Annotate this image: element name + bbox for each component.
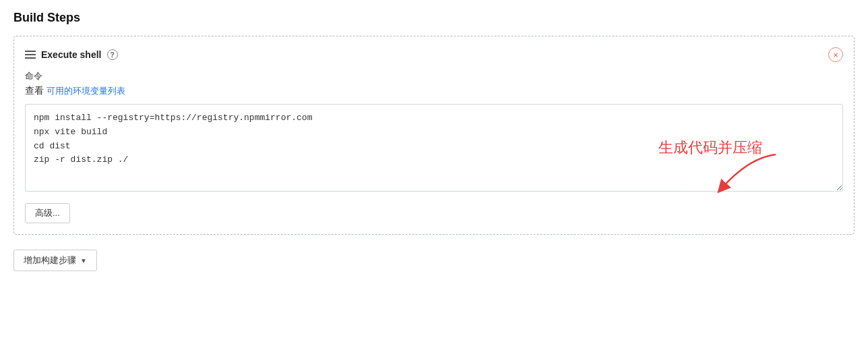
add-step-label: 增加构建步骤 [24, 254, 76, 266]
close-step-button[interactable]: × [828, 47, 843, 62]
code-area-wrapper: npm install --registry=https://registry.… [25, 104, 843, 194]
step-title: Execute shell [41, 49, 102, 60]
step-header: Execute shell ? × [25, 47, 843, 62]
command-label: 命令 [25, 70, 843, 82]
advanced-section: 高级... [25, 194, 843, 223]
command-textarea[interactable]: npm install --registry=https://registry.… [25, 104, 843, 192]
advanced-button[interactable]: 高级... [25, 203, 70, 223]
add-step-caret-icon: ▼ [80, 257, 87, 264]
drag-handle-icon[interactable] [25, 51, 36, 59]
step-header-left: Execute shell ? [25, 49, 118, 60]
add-step-button[interactable]: 增加构建步骤 ▼ [13, 250, 97, 271]
page-title: Build Steps [13, 11, 855, 25]
build-steps-container: Execute shell ? × 命令 查看 可用的环境变量列表 npm in… [13, 36, 855, 235]
env-link-prefix: 查看 [25, 85, 46, 96]
env-link-container: 查看 可用的环境变量列表 [25, 85, 843, 104]
env-variables-link[interactable]: 可用的环境变量列表 [46, 85, 125, 97]
help-icon[interactable]: ? [107, 49, 118, 60]
